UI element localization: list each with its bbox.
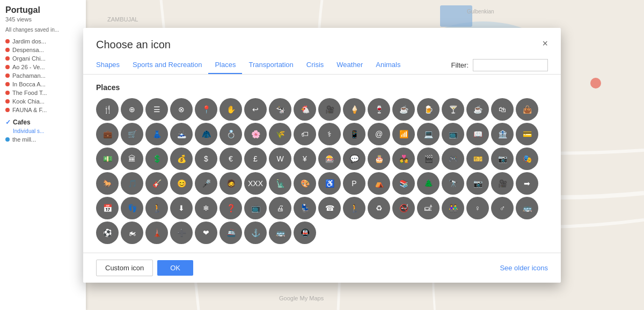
icon-item[interactable]: 😊 xyxy=(170,172,193,195)
icon-item[interactable]: 🚶 xyxy=(145,197,168,219)
icon-item[interactable]: ☕ xyxy=(392,98,415,121)
icon-item[interactable]: 🐔 xyxy=(294,98,316,121)
icon-item[interactable]: 📺 xyxy=(244,197,267,219)
icon-item[interactable]: 👜 xyxy=(516,98,538,121)
icon-item[interactable]: W xyxy=(269,147,291,170)
icon-item[interactable]: $ xyxy=(195,147,217,170)
icon-item[interactable]: 👗 xyxy=(145,123,168,145)
tab-animals[interactable]: Animals xyxy=(369,56,407,74)
icon-item[interactable]: 🎰 xyxy=(318,147,341,170)
icon-item[interactable]: £ xyxy=(244,147,267,170)
icon-item[interactable]: 🚢 xyxy=(219,222,242,244)
icon-item[interactable]: 🗽 xyxy=(269,172,291,195)
tab-weather[interactable]: Weather xyxy=(330,56,369,74)
icon-item[interactable]: 👣 xyxy=(121,197,143,219)
icon-item[interactable]: 🎬 xyxy=(417,147,440,170)
icon-item[interactable]: ♀ xyxy=(466,197,489,219)
icon-item[interactable]: 🍴 xyxy=(96,98,119,121)
icon-item[interactable]: 🎂 xyxy=(368,147,390,170)
icon-item[interactable]: 🏷 xyxy=(294,123,316,145)
icon-item[interactable]: ❤ xyxy=(195,222,217,244)
icon-item[interactable]: ⊗ xyxy=(170,98,193,121)
icon-item[interactable]: 🛍 xyxy=(491,98,514,121)
icon-item[interactable]: 💍 xyxy=(219,123,242,145)
icon-item[interactable]: ⚽ xyxy=(96,222,119,244)
tab-crisis[interactable]: Crisis xyxy=(300,56,331,74)
icon-item[interactable]: ⛺ xyxy=(368,172,390,195)
icon-item[interactable]: 🌾 xyxy=(269,123,291,145)
icon-item[interactable]: 💺 xyxy=(294,197,316,219)
tab-transportation[interactable]: Transportation xyxy=(242,56,299,74)
icon-item[interactable]: 🗻 xyxy=(170,123,193,145)
icon-item[interactable]: 💻 xyxy=(417,123,440,145)
icon-item[interactable]: 🐄 xyxy=(269,98,291,121)
icon-item[interactable]: ♿ xyxy=(318,172,341,195)
icon-item[interactable]: ♻ xyxy=(368,197,390,219)
ok-button[interactable]: OK xyxy=(157,260,193,276)
icon-item[interactable]: 🍺 xyxy=(417,98,440,121)
see-older-icons-link[interactable]: See older icons xyxy=(500,264,548,272)
filter-input[interactable] xyxy=(473,59,548,71)
icon-item[interactable]: 🔭 xyxy=(442,172,464,195)
icon-item[interactable]: 📍 xyxy=(195,98,217,121)
icon-item[interactable]: 🛋 xyxy=(417,197,440,219)
icon-item[interactable]: XXX xyxy=(244,172,267,195)
tab-sports[interactable]: Sports and Recreation xyxy=(126,56,208,74)
icon-item[interactable]: 🖨 xyxy=(269,197,291,219)
icon-item[interactable]: ⚓ xyxy=(244,222,267,244)
icon-item[interactable]: @ xyxy=(368,123,390,145)
close-button[interactable]: × xyxy=(542,39,548,48)
icon-item[interactable]: 💲 xyxy=(145,147,168,170)
icon-item[interactable]: 🏦 xyxy=(491,123,514,145)
icon-item[interactable]: 🎥 xyxy=(318,98,341,121)
icon-item[interactable]: P xyxy=(343,172,365,195)
icon-item[interactable]: ➕ xyxy=(170,222,193,244)
icon-item[interactable]: 🎵 xyxy=(121,172,143,195)
icon-item[interactable]: 💑 xyxy=(392,147,415,170)
icon-item[interactable]: 🏍 xyxy=(121,222,143,244)
icon-item[interactable]: 🚌 xyxy=(516,197,538,219)
icon-item[interactable]: 📷 xyxy=(491,147,514,170)
icon-item[interactable]: 🍸 xyxy=(442,98,464,121)
icon-item[interactable]: ➡ xyxy=(516,172,538,195)
icon-item[interactable]: 🎥 xyxy=(491,172,514,195)
icon-item[interactable]: 🎸 xyxy=(145,172,168,195)
icon-item[interactable]: 🏛 xyxy=(121,147,143,170)
icon-item[interactable]: 🎫 xyxy=(466,147,489,170)
icon-item[interactable]: 🗼 xyxy=(145,222,168,244)
icon-item[interactable]: 📱 xyxy=(343,123,365,145)
icon-item[interactable]: ♂ xyxy=(491,197,514,219)
icon-item[interactable]: 🎮 xyxy=(442,147,464,170)
icon-item[interactable]: 🚭 xyxy=(392,197,415,219)
icon-item[interactable]: 🌸 xyxy=(244,123,267,145)
icon-item[interactable]: 🧔 xyxy=(219,172,242,195)
icon-item[interactable]: 🎨 xyxy=(294,172,316,195)
icon-item[interactable]: ❄ xyxy=(195,197,217,219)
icon-item[interactable]: 💬 xyxy=(343,147,365,170)
icon-item[interactable]: 🎤 xyxy=(195,172,217,195)
icon-item[interactable]: 📖 xyxy=(466,123,489,145)
tab-places[interactable]: Places xyxy=(208,56,242,74)
icon-grid-container[interactable]: Places 🍴⊕☰⊗📍✋↩🐄🐔🎥🍦🍷☕🍺🍸☕🛍👜💼🛒👗🗻🧥💍🌸🌾🏷⚕📱@📶💻📺… xyxy=(83,75,561,253)
icon-item[interactable]: 💰 xyxy=(170,147,193,170)
icon-item[interactable]: 💵 xyxy=(96,147,119,170)
icon-item[interactable]: 📷 xyxy=(466,172,489,195)
icon-item[interactable]: 🍷 xyxy=(368,98,390,121)
icon-item[interactable]: 🚶 xyxy=(343,197,365,219)
icon-item[interactable]: 🛒 xyxy=(121,123,143,145)
tab-shapes[interactable]: Shapes xyxy=(96,56,126,74)
icon-item[interactable]: ☎ xyxy=(318,197,341,219)
icon-item[interactable]: 🧥 xyxy=(195,123,217,145)
icon-item[interactable]: ¥ xyxy=(294,147,316,170)
icon-item[interactable]: ☰ xyxy=(145,98,168,121)
icon-item[interactable]: ⚕ xyxy=(318,123,341,145)
icon-item[interactable]: 🚌 xyxy=(269,222,291,244)
icon-item[interactable]: 🐎 xyxy=(96,172,119,195)
icon-item[interactable]: 📶 xyxy=(392,123,415,145)
icon-item[interactable]: 📺 xyxy=(442,123,464,145)
icon-item[interactable]: 🍦 xyxy=(343,98,365,121)
icon-item[interactable]: 🎭 xyxy=(516,147,538,170)
icon-item[interactable]: 💳 xyxy=(516,123,538,145)
custom-icon-button[interactable]: Custom icon xyxy=(96,260,153,276)
icon-item[interactable]: 🌲 xyxy=(417,172,440,195)
